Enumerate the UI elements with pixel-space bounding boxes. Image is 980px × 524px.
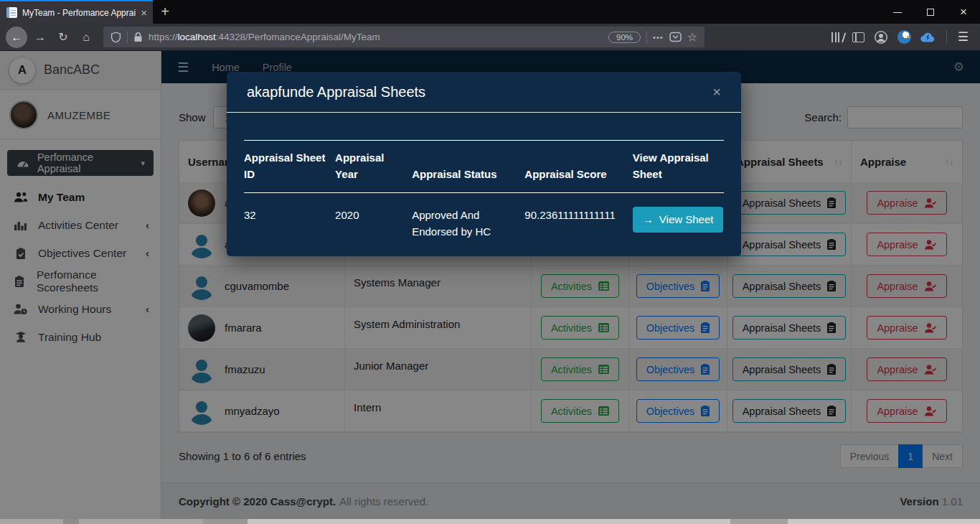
appraisal-table: Appraisal Sheet ID Appraisal Year Apprai… [244,140,724,240]
window-close-button[interactable]: × [947,0,980,24]
divider [127,31,128,43]
url-host: localhost [178,32,216,42]
appraisal-table-header: Appraisal Sheet ID Appraisal Year Apprai… [244,141,724,193]
shield-icon[interactable] [110,32,121,43]
lock-icon[interactable] [133,32,143,42]
modal-title: akapfunde Appraisal Sheets [247,84,425,100]
divider [646,31,647,43]
modal-body: Appraisal Sheet ID Appraisal Year Apprai… [227,113,741,240]
minimize-button[interactable]: — [881,0,914,24]
score-value: 90.23611111111111 [524,207,633,240]
forward-button[interactable]: → [30,27,50,47]
url-text: https://localhost:44328/PerfomanceApprai… [149,32,380,42]
url-scheme: https:// [149,32,178,42]
browser-tab[interactable]: MyTeam - Perfomance Apprais × [0,0,153,24]
divider [946,30,947,45]
sheet-id-value: 32 [244,207,335,240]
browser-toolbar: ← → ↻ ⌂ https://localhost:44328/Perfoman… [0,24,980,51]
window-controls: — × [881,0,980,24]
account-icon[interactable] [874,30,888,45]
header-year: Appraisal Year [335,149,412,183]
tab-title: MyTeam - Perfomance Apprais [22,8,136,18]
view-sheet-button[interactable]: →View Sheet [633,207,724,233]
appraisal-table-row: 32 2020 Approved And Endorsed by HC 90.2… [244,193,724,240]
appraisal-sheets-modal: akapfunde Appraisal Sheets × Appraisal S… [227,72,741,256]
tab-favicon-icon [6,7,17,18]
header-score: Appraisal Score [524,166,633,182]
page-actions-icon[interactable]: ••• [653,33,664,42]
reload-button[interactable]: ↻ [53,27,73,47]
sidebar-panel-icon[interactable] [852,32,864,42]
home-button[interactable]: ⌂ [76,27,96,47]
new-tab-button[interactable]: + [153,0,177,24]
browser-menu-icon[interactable]: ☰ [958,29,969,45]
back-button[interactable]: ← [6,27,27,48]
header-view-sheet: View Appraisal Sheet [633,149,724,183]
maximize-icon [927,9,934,16]
url-path: :44328/PerfomanceAppraisal/MyTeam [216,32,380,42]
modal-close-icon[interactable]: × [712,85,721,99]
header-status: Appraisal Status [412,166,524,182]
taskbar-strip [0,519,980,524]
browser-titlebar: MyTeam - Perfomance Apprais × + — × [0,0,980,24]
bookmark-star-icon[interactable]: ☆ [687,30,697,44]
pocket-icon[interactable] [669,32,682,42]
header-sheet-id: Appraisal Sheet ID [244,149,335,183]
year-value: 2020 [335,207,412,240]
url-bar[interactable]: https://localhost:44328/PerfomanceApprai… [103,27,705,47]
library-icon[interactable] [831,32,843,42]
arrow-right-icon: → [643,213,654,225]
extension-cloud-icon[interactable] [920,32,936,42]
zoom-level-button[interactable]: 90% [608,32,641,43]
maximize-button[interactable] [914,0,947,24]
extension-eagle-icon[interactable] [897,30,911,44]
tab-close-icon[interactable]: × [141,7,147,18]
status-value: Approved And Endorsed by HC [412,207,524,240]
screen: MyTeam - Perfomance Apprais × + — × ← → … [0,0,980,524]
toolbar-right-icons: ☰ [831,29,974,45]
modal-header: akapfunde Appraisal Sheets × [227,72,741,113]
